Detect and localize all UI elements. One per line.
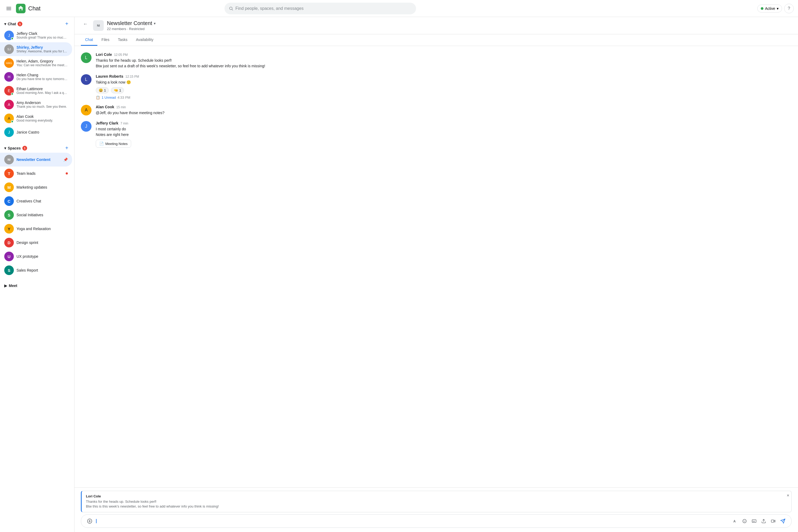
space-name: Design sprint <box>17 241 68 245</box>
tab-files[interactable]: Files <box>97 34 114 46</box>
avatar-wrapper: J <box>4 128 14 137</box>
chat-section-toggle[interactable]: ▾ Chat 1 <box>4 22 22 26</box>
chat-add-button[interactable]: + <box>63 20 70 27</box>
sender-name: Jeffery Clark <box>96 121 118 125</box>
back-button[interactable]: ← <box>81 20 90 28</box>
chat-section-label: Chat <box>8 22 16 26</box>
reaction-fist[interactable]: 🤜 1 <box>111 87 124 93</box>
quoted-message: Lori Cole Thanks for the heads up. Sched… <box>81 491 792 512</box>
app-logo <box>16 4 25 13</box>
space-icon: S <box>4 210 14 220</box>
status-button[interactable]: Active ▾ <box>757 4 782 13</box>
sidebar-item-ethan-lattimore[interactable]: E Ethan Lattimore Good morning Ann. May … <box>0 84 72 98</box>
tab-chat[interactable]: Chat <box>81 34 97 46</box>
spaces-section-toggle[interactable]: ▾ Spaces 1 <box>4 146 27 151</box>
send-button[interactable] <box>779 517 787 525</box>
help-button[interactable]: ? <box>784 4 794 13</box>
space-title-text: Newsletter Content <box>107 20 152 26</box>
sidebar-item-marketing-updates[interactable]: M Marketing updates <box>0 180 72 194</box>
spaces-section-header: ▾ Spaces 1 + <box>0 141 74 153</box>
message-header: Jeffery Clark 7 min <box>96 121 792 125</box>
sidebar-item-ux-prototype[interactable]: U UX prototype <box>0 249 72 263</box>
sidebar-item-helen-adam-gregory[interactable]: HAG Helen, Adam, Gregory You: Can we res… <box>0 56 72 70</box>
sidebar-item-alan-cook[interactable]: A Alan Cook Good morning everybody. <box>0 111 72 125</box>
quote-close-button[interactable]: × <box>787 493 789 498</box>
svg-rect-0 <box>6 7 11 7</box>
space-name: Newsletter Content <box>17 157 61 162</box>
sidebar-item-jeffery-clark[interactable]: J Jeffery Clark Sounds great! Thank you … <box>0 28 72 42</box>
sidebar-item-amy-anderson[interactable]: A Amy Anderson Thank you so much. See yo… <box>0 98 72 111</box>
avatar: J <box>4 128 14 137</box>
space-header-icon: Nl <box>93 20 104 31</box>
gif-button[interactable]: GIF <box>750 517 758 525</box>
message-alan-cook: A Alan Cook 15 min @Jeff, do you have th… <box>81 105 792 116</box>
avatar-wrapper: E <box>4 86 14 95</box>
reaction-count: 1 <box>119 88 121 92</box>
chat-section-badge: 1 <box>18 22 22 26</box>
contact-info: Helen, Adam, Gregory You: Can we resched… <box>17 59 68 67</box>
content-area: ← Nl Newsletter Content ▾ 22 members · R… <box>75 17 798 532</box>
message-content: Lauren Roberts 12:15 PM Taking a look no… <box>96 74 792 99</box>
unread-indicator <box>66 172 68 174</box>
sidebar-item-janice-castro[interactable]: J Janice Castro <box>0 125 72 139</box>
sidebar-item-helen-chang[interactable]: H Helen Chang Do you have time to sync t… <box>0 70 72 84</box>
format-text-button[interactable]: A <box>731 517 739 525</box>
message-lori-cole: L Lori Cole 12:05 PM Thanks for the head… <box>81 52 792 69</box>
sidebar-item-design-sprint[interactable]: D Design sprint <box>0 236 72 249</box>
space-title-chevron: ▾ <box>154 21 156 25</box>
reaction-count: 1 <box>104 88 106 92</box>
sidebar-item-sales-report[interactable]: S Sales Report <box>0 263 72 277</box>
thread-reference[interactable]: 📋 1 Unread 4:33 PM <box>96 95 792 99</box>
quoted-text-line1: Thanks for the heads up. Schedule looks … <box>86 499 787 504</box>
contact-preview: Good morning Ann. May I ask a question? <box>17 91 68 95</box>
input-actions: A GIF <box>731 517 787 525</box>
contact-name: Ethan Lattimore <box>17 87 68 91</box>
header-info: Newsletter Content ▾ 22 members · Restri… <box>107 20 792 31</box>
space-icon: T <box>4 169 14 178</box>
space-title[interactable]: Newsletter Content ▾ <box>107 20 792 26</box>
sidebar-item-team-leads[interactable]: T Team leads <box>0 167 72 180</box>
sidebar-item-yoga-relaxation[interactable]: Y Yoga and Relaxation <box>0 222 72 236</box>
video-button[interactable] <box>769 517 778 525</box>
sidebar-item-creatives-chat[interactable]: C Creatives Chat <box>0 194 72 208</box>
space-name: Creatives Chat <box>17 199 68 203</box>
tab-availability[interactable]: Availability <box>132 34 158 46</box>
reactions: 😀 1 🤜 1 <box>96 87 792 93</box>
chat-section-chevron: ▾ <box>4 22 6 26</box>
topbar-right: Active ▾ ? <box>757 4 794 13</box>
emoji-button[interactable] <box>740 517 749 525</box>
search-input[interactable] <box>235 6 412 11</box>
message-time: 15 min <box>116 105 126 109</box>
sender-name: Lauren Roberts <box>96 74 123 78</box>
space-info: UX prototype <box>17 254 68 259</box>
upload-button[interactable] <box>759 517 768 525</box>
contact-name: Shirley, Jeffery <box>17 45 68 50</box>
meeting-notes-chip[interactable]: 📄 Meeting Notes <box>96 140 131 148</box>
sidebar-item-newsletter-content[interactable]: Nl Newsletter Content 📌 <box>0 153 72 167</box>
space-icon: Y <box>4 224 14 233</box>
status-label: Active <box>765 6 775 11</box>
online-indicator <box>11 120 14 123</box>
meet-section-toggle[interactable]: ▶ Meet <box>4 284 70 288</box>
doc-chip-label: Meeting Notes <box>105 142 128 146</box>
sidebar-item-social-initiatives[interactable]: S Social Initiatives <box>0 208 72 222</box>
space-info: Creatives Chat <box>17 199 68 203</box>
tab-tasks[interactable]: Tasks <box>114 34 132 46</box>
space-name: Team leads <box>17 171 63 175</box>
svg-line-6 <box>232 9 233 10</box>
contact-name: Jeffery Clark <box>17 32 68 36</box>
add-attachment-button[interactable] <box>86 517 94 525</box>
sidebar-item-shirley-jeffery[interactable]: SJ Shirley, Jeffery Shirley: Awesome, th… <box>0 42 72 56</box>
hamburger-button[interactable] <box>4 4 13 13</box>
app-title: Chat <box>28 5 40 12</box>
svg-rect-17 <box>772 520 774 522</box>
contact-info: Jeffery Clark Sounds great! Thank you so… <box>17 32 68 39</box>
reaction-smiley[interactable]: 😀 1 <box>96 87 109 93</box>
spaces-add-button[interactable]: + <box>63 145 70 152</box>
avatar-wrapper: A <box>4 100 14 109</box>
thread-label: 1 Unread <box>101 95 116 99</box>
svg-point-11 <box>743 519 746 523</box>
search-input-wrapper <box>225 3 416 14</box>
message-input[interactable] <box>99 519 728 523</box>
space-name: Social Initiatives <box>17 213 68 217</box>
